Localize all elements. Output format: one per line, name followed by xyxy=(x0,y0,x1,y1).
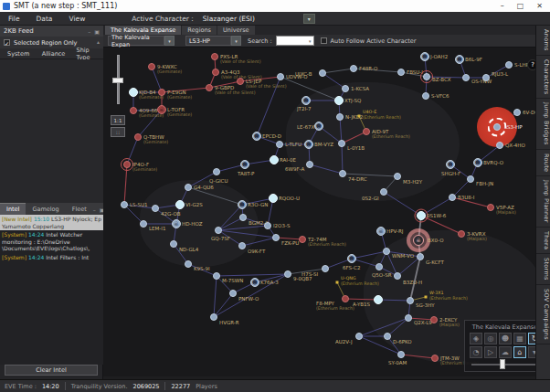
map-system-node-BVRQ-O[interactable]: ☻ xyxy=(473,158,482,167)
map-system-node-SY-0AM[interactable] xyxy=(397,351,405,358)
pin-icon[interactable]: ▣ xyxy=(94,28,100,35)
map-system-node-S-VFC6[interactable] xyxy=(422,92,429,100)
close-button-icon[interactable]: ✕ xyxy=(536,2,543,10)
map-system-node-PXS-LR[interactable] xyxy=(211,53,218,60)
map-system-node-SG-3HY[interactable] xyxy=(407,297,414,304)
map-system-node-VI-G2S[interactable] xyxy=(175,200,185,209)
map-system-node-XTJ-SQ[interactable] xyxy=(334,96,344,105)
map-system-node-R3O-GN[interactable]: ☻ xyxy=(238,200,247,209)
map-system-node-F48R-O[interactable] xyxy=(350,65,357,72)
map-system-node-GQ-7SF[interactable] xyxy=(215,227,222,234)
map-system-node-EPCD-D[interactable]: ☻ xyxy=(252,132,261,141)
sidebar-tab-sov-campaigns[interactable]: SOV Campaigns xyxy=(536,285,550,344)
map-system-node-M3-H2Y[interactable] xyxy=(394,173,401,180)
map-system-node-Q-TBHW[interactable] xyxy=(134,133,142,141)
map-system-node-UJXC-B[interactable] xyxy=(319,69,326,77)
menu-view[interactable]: View xyxy=(60,15,93,23)
system-dropdown[interactable]: LS3-HP xyxy=(185,36,231,46)
map-system-node-42G-OB[interactable] xyxy=(152,205,159,212)
map-system-node-FBH-JN[interactable] xyxy=(467,175,474,183)
map-system-node-RJU3-L[interactable] xyxy=(482,74,490,81)
map-system-node-T2-74M[interactable] xyxy=(299,236,306,243)
sidebar-tab-storms[interactable]: Storms xyxy=(536,254,550,285)
search-dropdown-icon[interactable]: ▾ xyxy=(309,38,312,44)
map-system-node-K76A-3[interactable]: ☻ xyxy=(250,278,259,287)
collapse-icon[interactable]: – xyxy=(93,207,96,213)
home-icon[interactable]: ⌂ xyxy=(513,346,526,358)
map-system-node-D-6PKO[interactable] xyxy=(384,333,391,340)
map-system-node-I2O3-S[interactable] xyxy=(264,222,271,229)
zoom-fit-button[interactable]: 1:1 xyxy=(111,115,125,125)
map-system-node-B3ZU-H[interactable] xyxy=(394,272,401,280)
search-input[interactable]: ▾ xyxy=(276,36,314,46)
map-system-node-M-7SWN[interactable] xyxy=(213,272,220,280)
map-system-node-G-KCFT[interactable] xyxy=(417,253,424,260)
sidebar-tab-jump-planner[interactable]: Jump Planner xyxy=(536,176,550,228)
help-button[interactable]: ? xyxy=(527,59,535,70)
map-system-node-FZK-PU[interactable] xyxy=(272,234,280,241)
feed-list[interactable] xyxy=(0,59,103,203)
map-system-node-BX0-O[interactable]: ☠ xyxy=(413,235,424,246)
clear-intel-button[interactable]: Clear Intel xyxy=(5,365,98,376)
active-character-value[interactable]: Slazanger (ESI) xyxy=(203,15,303,23)
map-system-node-Q-GICU[interactable] xyxy=(213,168,220,175)
shield-icon[interactable]: ◈ xyxy=(470,333,482,344)
sidebar-tab-characters[interactable]: Characters xyxy=(536,56,550,99)
col-system[interactable]: System xyxy=(0,50,42,58)
sidebar-tab-jump-bridges[interactable]: Jump Bridges xyxy=(536,99,550,150)
map-system-node-TA8T-P[interactable]: ☻ xyxy=(240,160,249,169)
map-system-node-JTM-3W[interactable] xyxy=(431,355,439,362)
map-system-node-LS-JEP[interactable] xyxy=(237,78,244,85)
map-system-node-A-YB1S[interactable] xyxy=(374,295,383,304)
grid-toggle-button[interactable]: ∷ xyxy=(111,127,125,137)
map-system-node-74-DRC[interactable] xyxy=(339,170,346,177)
collapse-icon[interactable]: – xyxy=(88,28,90,35)
map-system-node-RQOO-U[interactable] xyxy=(269,194,278,203)
timer-icon[interactable]: ◔ xyxy=(470,346,482,358)
map-system-node-AU2V-J[interactable] xyxy=(355,333,363,340)
map-system-node-S-LHPI[interactable] xyxy=(505,61,513,69)
jump-bridge-marker[interactable] xyxy=(336,281,339,284)
region-dropdown-icon[interactable]: ▾ xyxy=(164,36,175,46)
menu-data[interactable]: Data xyxy=(28,15,61,23)
sidebar-tab-route[interactable]: Route xyxy=(536,150,550,176)
sov-icon[interactable]: ◎ xyxy=(484,333,497,344)
map-system-node-9-GBPD[interactable] xyxy=(206,84,213,91)
intel-tab-gamelog[interactable]: Gamelog xyxy=(26,204,65,215)
map-zoom-slider-thumb[interactable] xyxy=(112,78,123,83)
jump-icon[interactable]: ▷ xyxy=(484,346,497,358)
map-system-node-HPV-RJ[interactable]: ☠ xyxy=(376,227,386,236)
maximize-button-icon[interactable]: □ xyxy=(517,2,524,10)
tab-regions[interactable]: Regions xyxy=(182,26,217,35)
jump-bridge-marker[interactable] xyxy=(358,115,361,118)
map-system-node-JT2I-7[interactable]: ☻ xyxy=(301,96,311,105)
intel-tab-intel[interactable]: Intel xyxy=(0,203,26,215)
map-system-node-LE-67X[interactable]: ☻ xyxy=(314,122,323,131)
map-system-node-G4-QU6[interactable] xyxy=(185,184,192,191)
intel-log-entry[interactable]: [System] 14:24 Intel Filters : Int xyxy=(0,253,103,262)
map-system-node-LS3-HP[interactable] xyxy=(493,123,501,131)
map-system-node-LS-SU1[interactable] xyxy=(121,201,128,208)
character-icon[interactable]: ☻ xyxy=(499,333,512,344)
map-system-node-Q5O-SR[interactable] xyxy=(375,263,383,270)
map-system-node-WNM-VO[interactable] xyxy=(383,248,390,255)
minimize-button-icon[interactable]: – xyxy=(501,2,504,10)
map-system-node-RAI-0E[interactable] xyxy=(270,155,279,164)
map-system-node-0S2-GI[interactable] xyxy=(380,188,387,196)
map-system-node-KJD-B4[interactable] xyxy=(129,88,138,97)
map-system-node-9-KWXC[interactable] xyxy=(148,63,155,70)
map-system-node-BZ-BCX[interactable] xyxy=(423,73,430,80)
map-system-node-ND-GL4[interactable] xyxy=(170,240,177,248)
map-system-node-L-TOFR[interactable]: ☠ xyxy=(157,105,166,114)
scroll-up-icon[interactable]: ▴ xyxy=(94,37,102,47)
map-system-node-O9K-FT[interactable] xyxy=(238,242,246,249)
system-dropdown-icon[interactable]: ▾ xyxy=(231,36,241,46)
sidebar-tab-anoms[interactable]: Anoms xyxy=(536,26,550,56)
map-system-node-FBSU-I[interactable] xyxy=(397,69,405,76)
map-system-node-LEM-I1[interactable] xyxy=(140,220,147,228)
map-system-node-4O9-66[interactable] xyxy=(130,107,137,114)
collapse-icon[interactable]: ▾ xyxy=(528,346,535,358)
map-system-node-L-0Y1B[interactable] xyxy=(338,140,345,147)
starmap-canvas[interactable]: 9-KWXC(Geminate)PXS-LR(Vale of the Silen… xyxy=(103,48,535,376)
map-system-node-L-TLFU[interactable] xyxy=(276,141,283,148)
